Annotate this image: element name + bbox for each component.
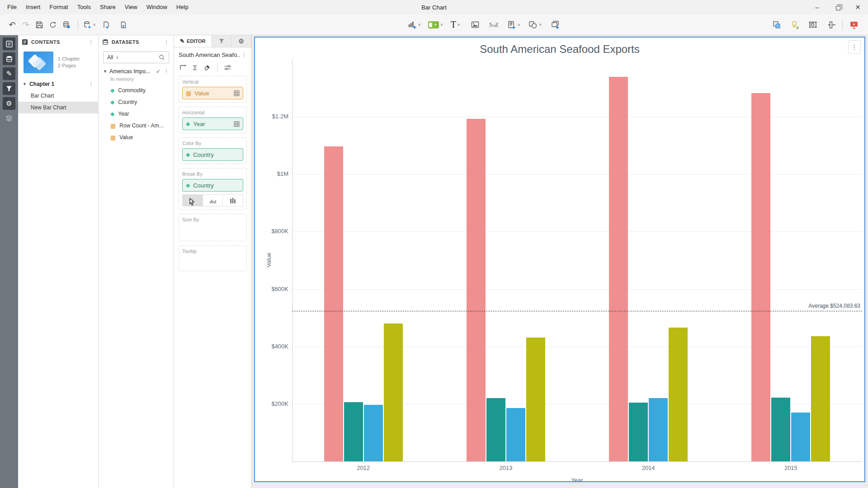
search-icon[interactable] [159, 54, 165, 61]
menu-share[interactable]: Share [95, 0, 120, 14]
dossier-thumbnail[interactable] [24, 52, 53, 73]
undo-button[interactable]: ↶ [5, 18, 19, 32]
break-style-none-button[interactable] [183, 195, 203, 206]
menu-format[interactable]: Format [45, 0, 72, 14]
rail-filter-button[interactable] [3, 82, 15, 95]
pencil-icon: ✎ [180, 38, 184, 44]
viz-options-button[interactable]: ⋮ [848, 40, 861, 54]
bar-series-3-2013[interactable] [506, 408, 525, 461]
bar-series-3-2012[interactable] [364, 405, 383, 461]
dataset-field[interactable]: ◆Commodity [99, 84, 174, 96]
zone-break-by[interactable]: Break By ◆ Country [179, 168, 247, 210]
dataset-row[interactable]: ▼ Americas Impo... ✓ ⋮ [99, 67, 174, 75]
zone-tooltip[interactable]: Tooltip [179, 245, 247, 271]
bar-series-1-2013[interactable] [467, 119, 486, 461]
redo-button[interactable]: ↷ [19, 18, 33, 32]
viz-menu-button[interactable]: ⋮ [241, 52, 248, 58]
bar-chart-visualization[interactable]: South American Seafood Exports ⋮ $200K$4… [254, 37, 865, 482]
bar-series-4-2012[interactable] [384, 324, 403, 461]
fit-to-window-button[interactable] [824, 18, 838, 32]
menu-window[interactable]: Window [142, 0, 172, 14]
tab-filter[interactable] [212, 35, 232, 47]
rail-editor-button[interactable]: ✎ [3, 67, 15, 80]
close-button[interactable]: ✕ [848, 0, 868, 14]
chapter-expander-icon[interactable]: ▼ [23, 82, 27, 86]
menu-help[interactable]: Help [172, 0, 193, 14]
insert-selector-button[interactable]: ▾ ∨ [428, 21, 443, 28]
break-style-stacked-button[interactable] [223, 195, 243, 206]
bar-series-3-2015[interactable] [791, 413, 810, 461]
bar-series-4-2014[interactable] [669, 328, 688, 461]
bar-series-4-2013[interactable] [526, 338, 545, 461]
rail-contents-button[interactable] [3, 38, 15, 50]
save-button[interactable] [33, 18, 46, 32]
bar-series-1-2012[interactable] [324, 146, 343, 461]
swap-axes-icon[interactable] [179, 64, 187, 71]
canvas-layout-button[interactable] [806, 18, 820, 32]
chip-value[interactable]: ▦ Value [182, 87, 243, 99]
bar-series-3-2014[interactable] [649, 398, 668, 461]
page-item[interactable]: Bar Chart [18, 90, 98, 102]
bar-series-2-2014[interactable] [629, 403, 648, 461]
dataset-field[interactable]: ▦Value [99, 131, 174, 143]
insights-button[interactable] [788, 18, 802, 32]
datasets-menu-button[interactable]: ⋮ [163, 39, 170, 46]
insert-image-button[interactable] [468, 18, 482, 32]
insert-panel-stack-button[interactable] [548, 18, 562, 32]
dataset-filter-dropdown[interactable]: All [107, 54, 113, 61]
zone-horizontal[interactable]: Horizontal ◆ Year [179, 107, 247, 133]
zone-color-by[interactable]: Color By ◆ Country [179, 137, 247, 164]
zone-size-by[interactable]: Size By [179, 214, 247, 241]
insert-shape-button[interactable]: ∨ [528, 20, 542, 29]
insert-visualization-button[interactable]: ∨ [407, 20, 421, 30]
insert-text-button[interactable]: T ∨ [451, 19, 461, 30]
chapter-menu-button[interactable]: ⋮ [87, 80, 94, 87]
sigma-icon[interactable]: Σ [193, 64, 197, 71]
compare-panels-button[interactable] [770, 18, 783, 32]
eraser-icon[interactable] [203, 64, 211, 71]
data-sources-button[interactable] [60, 18, 73, 32]
menu-tools[interactable]: Tools [73, 0, 95, 14]
zone-vertical[interactable]: Vertical ▦ Value [179, 76, 247, 103]
bar-series-2-2013[interactable] [486, 398, 505, 461]
pencil-icon: ✎ [6, 70, 12, 78]
menu-file[interactable]: File [3, 0, 21, 14]
tab-format[interactable]: ⚙ [231, 35, 251, 47]
rail-datasets-button[interactable] [3, 52, 15, 65]
break-style-clustered-button[interactable] [203, 195, 223, 206]
tab-editor[interactable]: ✎ EDITOR [174, 35, 212, 47]
dataset-field[interactable]: ◆Year [99, 108, 174, 120]
grid-icon[interactable] [234, 121, 240, 127]
new-page-button[interactable] [117, 18, 130, 32]
present-button[interactable] [847, 18, 861, 32]
dataset-search-box[interactable]: All ∨ [103, 52, 169, 63]
contents-menu-button[interactable]: ⋮ [87, 39, 94, 46]
restore-button[interactable] [827, 0, 848, 14]
chip-country-break[interactable]: ◆ Country [182, 179, 243, 192]
sliders-icon[interactable] [224, 64, 231, 71]
menu-insert[interactable]: Insert [21, 0, 45, 14]
minimize-button[interactable]: – [807, 0, 827, 14]
bar-series-1-2015[interactable] [751, 93, 770, 461]
page-item[interactable]: New Bar Chart [18, 102, 98, 113]
insert-html-button[interactable]: < >HTML [487, 18, 501, 32]
dataset-field[interactable]: ◆Country [99, 96, 174, 108]
bar-series-2-2012[interactable] [344, 402, 363, 461]
bar-series-2-2015[interactable] [771, 398, 790, 461]
rail-layers-button[interactable] [3, 112, 15, 125]
bar-series-1-2014[interactable] [609, 77, 628, 461]
grid-icon[interactable] [234, 90, 240, 96]
rail-format-button[interactable]: ⚙ [3, 97, 15, 110]
refresh-button[interactable] [46, 18, 60, 32]
bar-series-4-2015[interactable] [811, 336, 830, 461]
dataset-expander-icon[interactable]: ▼ [103, 69, 107, 74]
menu-view[interactable]: View [120, 0, 142, 14]
insert-filter-panel-button[interactable]: ∨ [507, 20, 520, 29]
chip-year[interactable]: ◆ Year [182, 117, 243, 130]
add-data-button[interactable]: ∨ [83, 20, 96, 29]
chapter-row[interactable]: ▼ Chapter 1 ⋮ [18, 76, 98, 90]
dataset-menu-button[interactable]: ⋮ [163, 68, 170, 75]
dataset-field[interactable]: ▦Row Count - Am... [99, 120, 174, 131]
chip-country-color[interactable]: ◆ Country [182, 148, 243, 161]
import-page-button[interactable] [99, 18, 113, 32]
